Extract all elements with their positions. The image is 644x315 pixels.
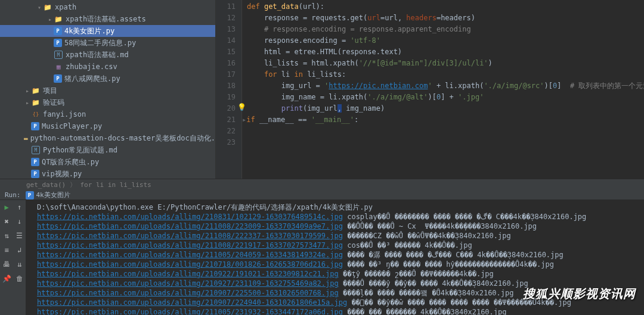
file-icon [54,27,62,35]
tree-item[interactable]: 验证码 [0,96,215,108]
file-icon [54,14,63,24]
output-url[interactable]: https://pic.netbian.com/uploads/allimg/2… [37,222,343,230]
file-icon [54,39,62,47]
file-icon [54,74,62,83]
tree-label: 验证码 [43,98,64,108]
print-button[interactable]: 🖶 [2,260,11,269]
tree-item[interactable]: xpath语法基础.md [0,49,215,61]
tree-label: 项目 [43,86,57,96]
tree-item[interactable]: xpath语法基础.assets [0,13,215,25]
intention-bulb-icon[interactable]: 💡 [237,103,246,111]
output-url[interactable]: https://pic.netbian.com/uploads/allimg/2… [37,270,339,278]
tree-label: xpath [55,3,76,11]
tree-label: fanyi.json [43,110,86,118]
file-icon [31,145,41,155]
console-line: https://pic.netbian.com/uploads/allimg/2… [37,231,642,241]
trash-button[interactable]: 🗑 [15,274,24,283]
tree-label: Python常见面试题.md [43,145,117,155]
console-line: https://pic.netbian.com/uploads/allimg/2… [37,250,642,260]
tree-item[interactable]: QT版音乐爬虫.py [0,156,215,168]
expand-arrow-icon[interactable] [36,4,43,11]
console-line: https://pic.netbian.com/uploads/allimg/2… [37,212,642,222]
console-line: https://pic.netbian.com/uploads/allimg/2… [37,269,642,279]
run-label: Run: [5,191,21,199]
tree-item[interactable]: xpath [0,1,215,13]
file-icon [43,2,52,12]
tree-label: QT版音乐爬虫.py [42,157,99,167]
layout-button[interactable]: ⇅ [2,231,11,241]
tree-item[interactable]: MusicPlayer.py [0,120,215,132]
run-tab-bar: Run: 4k美女图片 [0,191,644,200]
file-icon [54,62,63,71]
tree-label: 58同城二手房信息.py [64,38,136,48]
output-url[interactable]: https://pic.netbian.com/uploads/allimg/2… [37,298,347,307]
expand-arrow-icon[interactable] [47,16,54,23]
rerun-button[interactable]: ▶ [2,202,11,212]
tree-label: 4k美女图片.py [64,26,114,36]
file-icon [31,110,41,119]
tree-label: xpath语法基础.md [66,50,129,60]
run-toolbar-right: ↑ ↓ ☰ ↲ ⇊ 🗑 [13,200,26,315]
tree-label: vip视频.py [42,169,82,179]
breadcrumb[interactable]: get_data() 〉 for li in li_lists [0,179,644,191]
watermark: 搜狐兴顺影视资讯网 [523,286,636,302]
file-icon [54,50,63,60]
tree-item[interactable]: fanyi.json [0,108,215,120]
tree-item[interactable]: 58同城二手房信息.py [0,37,215,49]
tree-item[interactable]: zhubajie.csv [0,61,215,73]
console-command: D:\soft\Anaconda\python.exe E:/PythonCra… [37,202,642,212]
file-icon [24,133,28,143]
expand-arrow-icon[interactable] [24,99,31,106]
file-icon [31,158,39,166]
code-editor[interactable]: 11121314151617181920212223 def get_data(… [216,0,644,179]
output-url[interactable]: https://pic.netbian.com/uploads/allimg/2… [37,289,339,297]
tree-label: 猪八戒网爬虫.py [64,74,120,84]
up-button[interactable]: ↑ [15,202,24,212]
file-icon [31,170,39,178]
output-url[interactable]: https://pic.netbian.com/uploads/allimg/2… [37,232,343,240]
run-config-name[interactable]: 4k美女图片 [36,191,70,199]
tree-label: python-automation-docs-master吴老板doc自动化.z… [30,133,216,144]
file-icon [31,98,41,107]
line-gutter: 11121314151617181920212223 [216,0,242,179]
stop-button[interactable]: ✖ [2,217,11,226]
file-icon [31,86,41,95]
tree-item[interactable]: 4k美女图片.py [0,25,215,37]
scroll-button[interactable]: ⇊ [15,260,24,269]
output-url[interactable]: https://pic.netbian.com/uploads/allimg/2… [37,241,343,249]
soft-wrap-button[interactable]: ↲ [15,245,24,255]
console-line: https://pic.netbian.com/uploads/allimg/2… [37,260,642,269]
tree-item[interactable]: 猪八戒网爬虫.py [0,73,215,85]
tree-item[interactable]: Python常见面试题.md [0,144,215,156]
tree-item[interactable]: 项目 [0,85,215,96]
file-icon [31,122,39,130]
filter-button[interactable]: ☰ [15,231,24,241]
wrap-button[interactable]: ≡ [2,245,11,255]
output-url[interactable]: https://pic.netbian.com/uploads/allimg/2… [37,279,339,288]
code-area[interactable]: def get_data(url): response = requests.g… [242,0,644,179]
output-url[interactable]: https://pic.netbian.com/uploads/allimg/2… [37,308,343,315]
tree-label: zhubajie.csv [66,63,117,71]
console-line: https://pic.netbian.com/uploads/allimg/2… [37,307,642,315]
expand-arrow-icon[interactable] [24,88,31,94]
output-url[interactable]: https://pic.netbian.com/uploads/allimg/2… [37,213,343,221]
run-toolbar-left: ▶ ✖ ⇅ ≡ 🖶 📌 [0,200,13,315]
output-url[interactable]: https://pic.netbian.com/uploads/allimg/2… [37,260,343,269]
tree-label: MusicPlayer.py [42,122,102,130]
console-line: https://pic.netbian.com/uploads/allimg/2… [37,241,642,250]
tree-item[interactable]: python-automation-docs-master吴老板doc自动化.z… [0,132,215,144]
tree-label: xpath语法基础.assets [66,14,146,24]
project-tree[interactable]: xpathxpath语法基础.assets4k美女图片.py58同城二手房信息.… [0,0,216,179]
console-line: https://pic.netbian.com/uploads/allimg/2… [37,222,642,231]
down-button[interactable]: ↓ [15,217,24,226]
python-icon [26,191,34,199]
tree-item[interactable]: vip视频.py [0,168,215,179]
output-url[interactable]: https://pic.netbian.com/uploads/allimg/2… [37,251,343,259]
pin-button[interactable]: 📌 [2,274,11,283]
